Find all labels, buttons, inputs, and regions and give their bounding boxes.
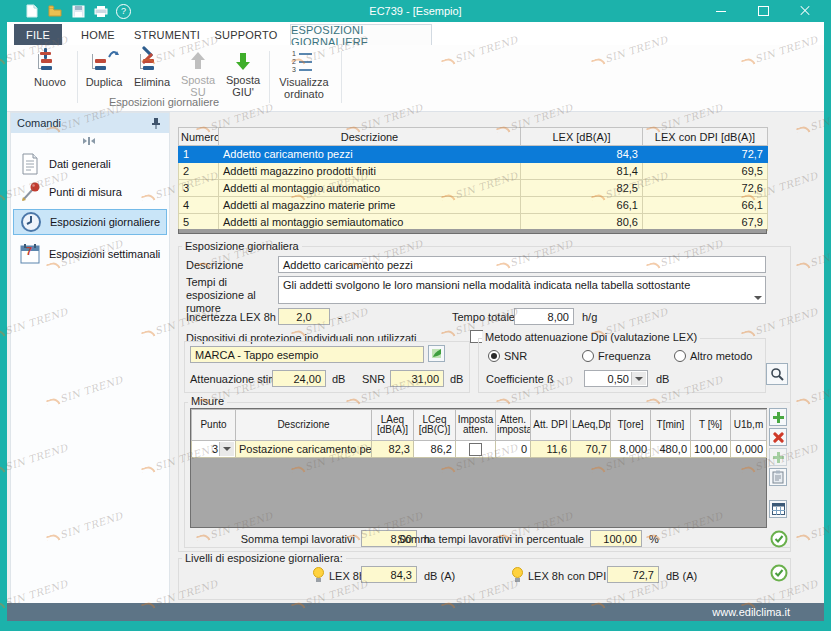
- col-laeq: LAeq [dB(A)]: [372, 410, 414, 441]
- combo-dropdown-button[interactable]: [631, 372, 646, 385]
- grid-settings-button[interactable]: [769, 500, 787, 518]
- lceq-cell[interactable]: 86,2: [414, 441, 456, 458]
- tab-strumenti[interactable]: STRUMENTI: [128, 24, 206, 45]
- new-file-icon[interactable]: [24, 3, 40, 19]
- attenuazione-unit: dB: [332, 373, 345, 385]
- sidebar-item-dati-generali[interactable]: Dati generali: [13, 151, 167, 177]
- misura-descrizione-cell[interactable]: Postazione caricamento pezzi: [236, 441, 372, 458]
- tempi-textarea[interactable]: Gli addetti svolgono le loro mansioni ne…: [278, 276, 766, 304]
- attenuazione-input[interactable]: 24,00: [272, 370, 326, 387]
- att-dpi-cell[interactable]: 11,6: [531, 441, 571, 458]
- chevron-down-icon[interactable]: [754, 296, 762, 300]
- help-icon[interactable]: ?: [116, 4, 131, 19]
- table-row[interactable]: 5Addetti al montaggio semiautomatico 80,…: [179, 214, 768, 231]
- chevron-down-icon: [223, 447, 231, 451]
- laeq-dpi-cell[interactable]: 70,7: [571, 441, 611, 458]
- coefficiente-unit: dB: [656, 373, 669, 385]
- close-icon: [800, 6, 810, 16]
- delete-misura-button[interactable]: [769, 428, 787, 446]
- tab-supporto[interactable]: SUPPORTO: [210, 24, 282, 45]
- col-t-perc: T [%]: [691, 410, 731, 441]
- radio-frequenza[interactable]: [582, 350, 594, 362]
- lex8h-unit: dB (A): [424, 570, 455, 582]
- duplicate-hierarchy-icon: [92, 50, 116, 74]
- incertezza-input[interactable]: 2,0: [278, 308, 330, 325]
- edilclima-link[interactable]: www.edilclima.it: [712, 606, 790, 618]
- lex8h-dpi-label: LEX 8h con DPI: [528, 570, 606, 582]
- t-ore-cell[interactable]: 8,000: [611, 441, 651, 458]
- paste-misure-button[interactable]: [769, 468, 787, 486]
- ribbon-separator: [341, 51, 342, 103]
- sidebar-item-esposizioni-settimanali[interactable]: 7 Esposizioni settimanali: [13, 241, 167, 267]
- laeq-cell[interactable]: 82,3: [372, 441, 414, 458]
- descrizione-input[interactable]: Addetto caricamento pezzi: [278, 256, 766, 273]
- dpi-archive-button[interactable]: [428, 345, 445, 362]
- coefficiente-combobox[interactable]: 0,50: [584, 370, 648, 387]
- open-folder-icon[interactable]: [47, 3, 63, 19]
- visualizza-ordinato-button[interactable]: 1 2 3 Visualizza ordinato: [273, 47, 335, 107]
- col-lex-dpi[interactable]: LEX con DPI [dB(A)]: [643, 128, 768, 146]
- sidebar-item-label: Punti di misura: [49, 186, 122, 198]
- tab-home[interactable]: HOME: [72, 24, 124, 45]
- add-misura-button[interactable]: [769, 408, 787, 426]
- misure-table: Punto Descrizione LAeq [dB(A)] LCeq [dB(…: [190, 408, 767, 528]
- perc-input[interactable]: 100,00: [590, 530, 642, 547]
- tempo-totale-input[interactable]: 8,00: [514, 308, 574, 325]
- table-row[interactable]: 3Addetti al montaggio automatico 82,572,…: [179, 180, 768, 197]
- minimize-icon: [716, 11, 726, 12]
- snr-label: SNR: [362, 373, 385, 385]
- section-title: Esposizione giornaliera: [182, 240, 302, 252]
- punto-combobox[interactable]: 3: [192, 441, 236, 458]
- close-button[interactable]: [790, 0, 820, 22]
- descrizione-label: Descrizione: [186, 259, 243, 271]
- t-min-cell[interactable]: 480,0: [651, 441, 691, 458]
- table-grid-icon: [772, 503, 785, 515]
- collapse-handle-icon[interactable]: [83, 137, 97, 145]
- search-dpi-button[interactable]: [766, 363, 788, 385]
- ribbon: Nuovo Duplica Elimina Sposta SU Sposta G…: [7, 45, 824, 112]
- duplica-label: Duplica: [86, 76, 123, 88]
- snr-unit: dB: [450, 373, 463, 385]
- maximize-button[interactable]: [748, 0, 778, 22]
- marca-input[interactable]: MARCA - Tappo esempio: [190, 346, 424, 363]
- col-numero[interactable]: Numero: [179, 128, 219, 146]
- clock-icon: [20, 211, 42, 233]
- table-row[interactable]: 4Addetti al magazzino materie prime 66,1…: [179, 197, 768, 214]
- u1bm-cell[interactable]: 0,000: [731, 441, 767, 458]
- tab-esposizioni-giornaliere[interactable]: ESPOSIZIONI GIORNALIERE: [290, 24, 432, 46]
- snr-input[interactable]: 31,00: [390, 370, 444, 387]
- table-header-row: Numero Descrizione LEX [dB(A)] LEX con D…: [179, 128, 768, 146]
- nuovo-button[interactable]: Nuovo: [27, 47, 73, 107]
- imposta-atten-checkbox[interactable]: [469, 443, 482, 456]
- tempo-totale-label: Tempo totale: [452, 311, 515, 323]
- lex8h-output: 84,3: [361, 566, 417, 583]
- col-t-min: T[min]: [651, 410, 691, 441]
- sidebar-item-esposizioni-giornaliere[interactable]: Esposizioni giornaliere: [13, 209, 167, 235]
- check-circle-icon: [770, 564, 788, 582]
- radio-snr[interactable]: [488, 350, 500, 362]
- imposta-atten-cell[interactable]: [456, 441, 496, 458]
- minimize-button[interactable]: [706, 0, 736, 22]
- status-bar: www.edilclima.it: [7, 603, 824, 621]
- col-descrizione[interactable]: Descrizione: [219, 128, 521, 146]
- print-icon[interactable]: [93, 3, 109, 19]
- save-icon[interactable]: [70, 3, 86, 19]
- combo-dropdown-button[interactable]: [219, 442, 234, 456]
- col-lex[interactable]: LEX [dB(A)]: [521, 128, 643, 146]
- col-u1bm: U1b,m: [731, 410, 767, 441]
- daily-exposures-table: Numero Descrizione LEX [dB(A)] LEX con D…: [178, 127, 768, 231]
- radio-frequenza-label: Frequenza: [598, 350, 651, 362]
- radio-snr-label: SNR: [504, 350, 527, 362]
- radio-altro-metodo[interactable]: [674, 350, 686, 362]
- t-perc-cell[interactable]: 100,00: [691, 441, 731, 458]
- table-row[interactable]: 2Addetti magazzino prodotti finiti 81,46…: [179, 163, 768, 180]
- pin-icon[interactable]: [151, 117, 161, 129]
- bulb-icon: [313, 567, 324, 582]
- misure-row[interactable]: 3 Postazione caricamento pezzi 82,3 86,2…: [192, 441, 767, 458]
- sidebar-item-label: Esposizioni settimanali: [49, 248, 160, 260]
- sidebar-item-punti-di-misura[interactable]: Punti di misura: [13, 179, 167, 205]
- tab-file[interactable]: FILE: [14, 24, 62, 45]
- ordered-list-icon: 1 2 3: [292, 50, 316, 74]
- table-row[interactable]: 1Addetto caricamento pezzi 84,372,7: [179, 146, 768, 163]
- atten-imposta-cell[interactable]: 0: [496, 441, 531, 458]
